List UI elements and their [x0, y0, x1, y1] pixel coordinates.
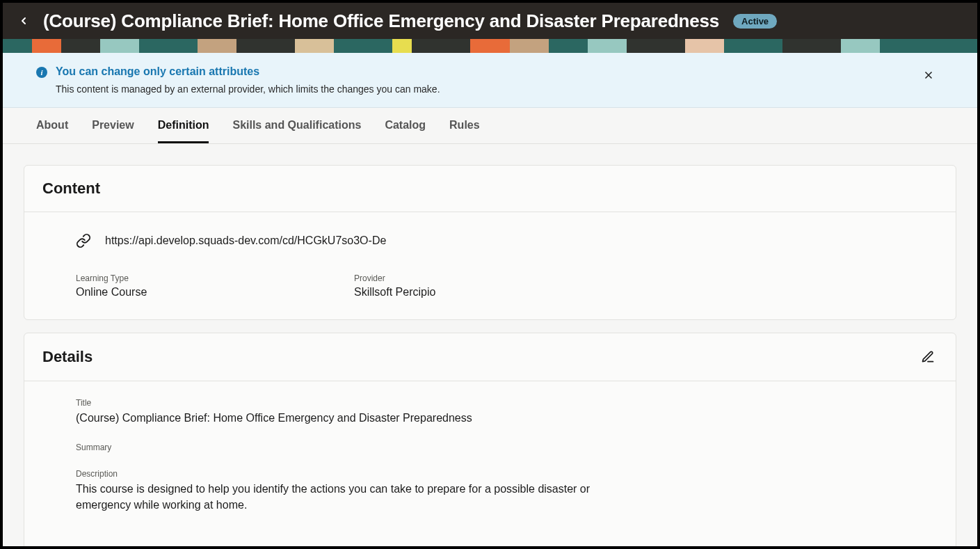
detail-label: Summary — [76, 443, 646, 452]
page-title: (Course) Compliance Brief: Home Office E… — [43, 10, 719, 32]
tab-about[interactable]: About — [36, 108, 68, 143]
detail-value: This course is designed to help you iden… — [76, 482, 646, 513]
detail-value: (Course) Compliance Brief: Home Office E… — [76, 411, 646, 426]
detail-summary: Summary — [76, 443, 646, 452]
tabs-row: About Preview Definition Skills and Qual… — [3, 108, 977, 144]
details-card-title: Details — [42, 348, 93, 366]
header-bar: (Course) Compliance Brief: Home Office E… — [3, 3, 977, 39]
field-provider: Provider Skillsoft Percipio — [354, 273, 577, 299]
field-learning-type: Learning Type Online Course — [76, 273, 298, 299]
field-label: Provider — [354, 273, 577, 283]
link-icon — [76, 233, 91, 248]
field-value: Online Course — [76, 286, 298, 299]
content-card: Content https://api.develop.squads-dev.c… — [24, 165, 956, 320]
tab-rules[interactable]: Rules — [449, 108, 480, 143]
tab-catalog[interactable]: Catalog — [385, 108, 426, 143]
content-card-title: Content — [42, 180, 100, 198]
close-icon[interactable] — [919, 65, 938, 85]
field-label: Learning Type — [76, 273, 298, 283]
detail-description: Description This course is designed to h… — [76, 469, 646, 513]
details-card: Details Title (Course) Compliance Brief:… — [24, 333, 956, 546]
info-icon: i — [36, 67, 47, 78]
field-value: Skillsoft Percipio — [354, 286, 577, 299]
notice-body: This content is managed by an external p… — [56, 83, 440, 95]
edit-button[interactable] — [918, 347, 938, 367]
info-notice: i You can change only certain attributes… — [3, 53, 977, 108]
notice-title: You can change only certain attributes — [56, 65, 440, 78]
decorative-banner — [3, 39, 977, 53]
tab-skills-and-qualifications[interactable]: Skills and Qualifications — [232, 108, 361, 143]
detail-title: Title (Course) Compliance Brief: Home Of… — [76, 398, 646, 426]
content-area: Content https://api.develop.squads-dev.c… — [3, 144, 977, 546]
status-badge: Active — [733, 14, 777, 29]
detail-label: Title — [76, 398, 646, 408]
detail-label: Description — [76, 469, 646, 479]
tab-definition[interactable]: Definition — [158, 108, 209, 143]
content-url: https://api.develop.squads-dev.com/cd/HC… — [105, 234, 386, 247]
back-button[interactable] — [14, 11, 33, 31]
tab-preview[interactable]: Preview — [92, 108, 134, 143]
